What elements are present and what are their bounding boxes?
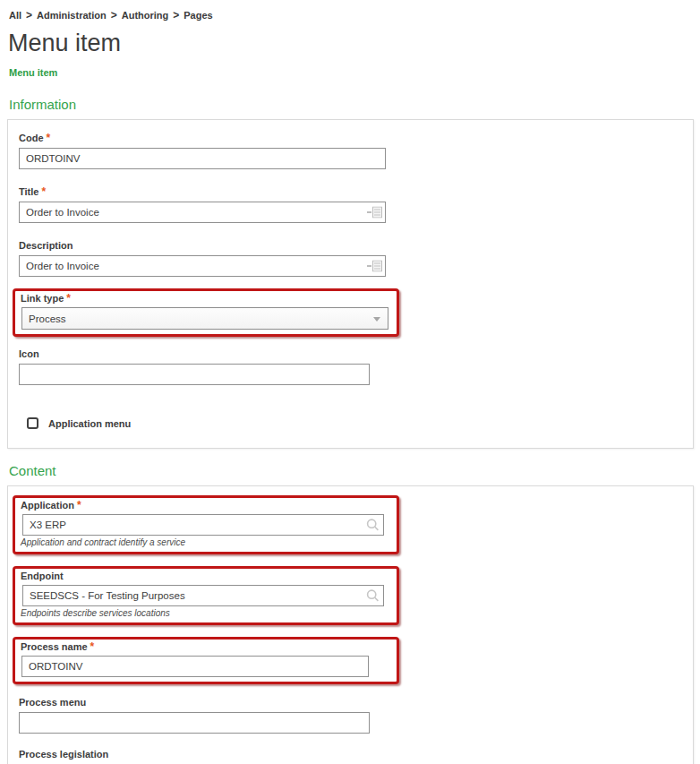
required-asterisk: * <box>66 292 71 305</box>
required-asterisk: * <box>77 499 81 511</box>
application-label-text: Application <box>21 500 74 511</box>
process-menu-input[interactable] <box>19 712 370 734</box>
highlight-link-type: Link type* Process <box>13 288 399 337</box>
required-asterisk: * <box>90 640 95 653</box>
required-asterisk: * <box>41 185 46 198</box>
link-type-label: Link type* <box>21 293 390 305</box>
code-input[interactable] <box>19 148 386 169</box>
icon-label-text: Icon <box>19 348 39 359</box>
information-panel: Code* Title* Description Link <box>7 119 694 449</box>
icon-label: Icon <box>19 348 682 360</box>
content-panel: Application* Application and contract id… <box>7 485 694 764</box>
process-menu-label-text: Process menu <box>19 697 86 708</box>
title-input[interactable] <box>19 202 386 223</box>
breadcrumb-separator: > <box>26 9 32 21</box>
highlight-endpoint: Endpoint Endpoints describe services loc… <box>13 566 399 625</box>
link-type-label-text: Link type <box>21 293 64 304</box>
field-process-legislation: Process legislation <box>19 749 682 764</box>
breadcrumb-item-authoring[interactable]: Authoring <box>122 10 169 21</box>
page: All>Administration>Authoring>Pages Menu … <box>0 0 700 764</box>
page-title: Menu item <box>8 30 694 57</box>
endpoint-input[interactable] <box>22 585 384 606</box>
record-link[interactable]: Menu item <box>9 67 57 78</box>
translations-icon[interactable] <box>367 261 382 272</box>
process-legislation-label: Process legislation <box>19 749 682 760</box>
code-label-text: Code <box>19 133 44 143</box>
field-process-menu: Process menu <box>19 697 682 734</box>
breadcrumb-item-all[interactable]: All <box>9 10 21 21</box>
application-menu-checkbox[interactable] <box>27 417 38 429</box>
description-input[interactable] <box>19 255 386 277</box>
application-input[interactable] <box>22 514 384 536</box>
description-label-text: Description <box>19 240 73 251</box>
required-asterisk: * <box>47 132 51 144</box>
search-icon[interactable] <box>366 519 380 532</box>
field-icon: Icon <box>19 348 682 385</box>
process-name-label-text: Process name <box>21 641 88 652</box>
endpoint-helper-text: Endpoints describe services locations <box>21 608 390 618</box>
title-label-text: Title <box>19 186 38 197</box>
breadcrumb-item-pages[interactable]: Pages <box>184 10 212 21</box>
breadcrumb-separator: > <box>111 9 117 21</box>
section-title-content: Content <box>9 463 694 478</box>
field-link-type: Link type* Process <box>21 293 390 330</box>
highlight-application: Application* Application and contract id… <box>13 495 399 554</box>
endpoint-label-text: Endpoint <box>21 571 64 581</box>
field-application-menu: Application menu <box>27 417 682 429</box>
section-title-information: Information <box>9 97 694 112</box>
breadcrumb-item-administration[interactable]: Administration <box>37 10 107 21</box>
highlight-process-name: Process name* <box>13 637 399 684</box>
process-name-input[interactable] <box>21 656 369 677</box>
breadcrumb-separator: > <box>173 9 179 21</box>
application-label: Application* <box>21 500 390 511</box>
field-description: Description <box>19 240 682 277</box>
process-legislation-label-text: Process legislation <box>19 749 108 760</box>
link-type-selected-value: Process <box>29 313 66 324</box>
field-title: Title* <box>19 186 682 223</box>
endpoint-label: Endpoint <box>21 571 390 582</box>
translations-icon[interactable] <box>367 207 382 219</box>
process-name-label: Process name* <box>21 641 390 653</box>
link-type-dropdown[interactable]: Process <box>21 307 388 330</box>
search-icon[interactable] <box>366 589 380 603</box>
description-label: Description <box>19 240 682 252</box>
title-label: Title* <box>19 186 682 198</box>
application-menu-label[interactable]: Application menu <box>48 418 131 429</box>
icon-input[interactable] <box>19 364 370 385</box>
field-code: Code* <box>19 133 682 169</box>
application-helper-text: Application and contract identify a serv… <box>21 537 390 547</box>
code-label: Code* <box>19 133 682 144</box>
process-menu-label: Process menu <box>19 697 682 708</box>
breadcrumb: All>Administration>Authoring>Pages <box>9 9 694 21</box>
chevron-down-icon <box>373 317 380 322</box>
